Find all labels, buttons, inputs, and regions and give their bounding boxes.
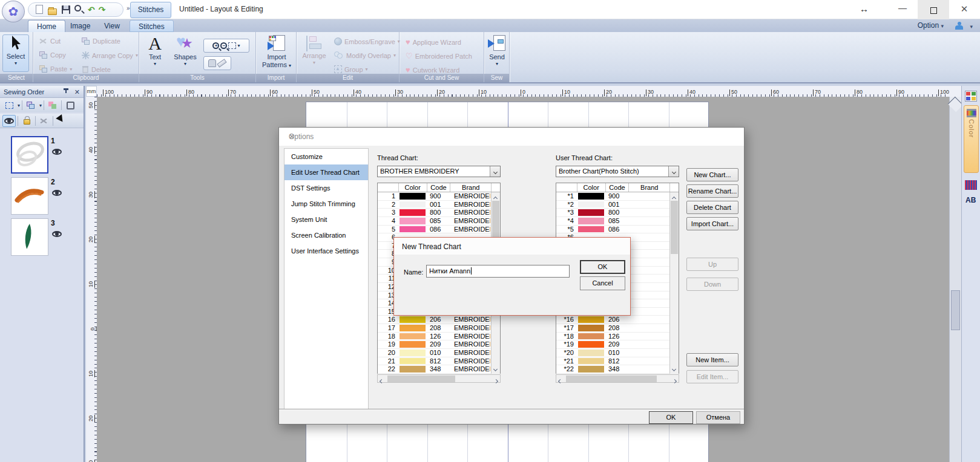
- down-button[interactable]: Down: [686, 278, 738, 291]
- copy-order-caret-icon[interactable]: ▾: [39, 103, 42, 108]
- thread-row[interactable]: *3800: [556, 209, 670, 217]
- options-nav-edit-user-thread-chart[interactable]: Edit User Thread Chart: [284, 164, 368, 180]
- arrange-copy-button[interactable]: Arrange Copy▾: [82, 51, 138, 59]
- color-order-button[interactable]: [46, 99, 59, 111]
- arrange-button[interactable]: Arrange▾: [300, 36, 328, 65]
- options-close-icon[interactable]: ✕: [289, 132, 735, 141]
- thread-row[interactable]: 2001EMBROIDERY: [378, 201, 492, 209]
- close-button[interactable]: ✕: [950, 0, 978, 19]
- scroll-right-icon[interactable]: [673, 377, 676, 384]
- thread-row[interactable]: 21812EMBROIDERY: [378, 357, 492, 366]
- pin-icon[interactable]: [63, 88, 69, 95]
- color-tab[interactable]: Color: [964, 105, 979, 173]
- qat-overflow-icon[interactable]: »: [127, 5, 130, 11]
- thread-row[interactable]: *4085: [556, 217, 670, 226]
- select-button[interactable]: Select ▾: [2, 34, 29, 72]
- up-button[interactable]: Up: [686, 258, 738, 271]
- new-document-icon[interactable]: [35, 5, 44, 15]
- option-menu[interactable]: Option ▾: [918, 21, 944, 30]
- thread-row[interactable]: *20010: [556, 349, 670, 357]
- rename-chart-button[interactable]: Rename Chart...: [686, 184, 738, 198]
- scroll-down-icon[interactable]: [673, 365, 676, 372]
- frame-view-button[interactable]: [64, 99, 77, 111]
- zoom-selection-icon[interactable]: [228, 42, 236, 49]
- sewing-item-2-thumbnail[interactable]: [11, 177, 48, 215]
- measure-icon[interactable]: [217, 59, 226, 67]
- zoom-out-icon[interactable]: −: [220, 42, 227, 49]
- user-menu-caret-icon[interactable]: ▾: [970, 24, 973, 30]
- user-thread-chart-combobox[interactable]: Brother Chart(Photo Stitch): [556, 166, 679, 177]
- undo-icon[interactable]: ↶: [88, 5, 95, 15]
- new-item-button[interactable]: New Item...: [686, 353, 738, 366]
- text-tool-button[interactable]: A Text▾: [143, 34, 167, 67]
- zoom-icon[interactable]: [74, 5, 84, 15]
- tab-home[interactable]: Home: [28, 20, 65, 32]
- copy-button[interactable]: Copy: [39, 51, 66, 59]
- options-nav-system-unit[interactable]: System Unit: [284, 212, 368, 227]
- thread-row[interactable]: *22348: [556, 365, 670, 374]
- emboss-engrave-button[interactable]: Emboss/Engrave▾: [334, 37, 400, 45]
- options-cancel-button[interactable]: Отмена: [696, 411, 740, 424]
- shapes-tool-button[interactable]: ♥★ Shapes▾: [171, 34, 200, 67]
- redo-icon[interactable]: ↷: [99, 5, 106, 15]
- select-object-button[interactable]: [55, 115, 68, 127]
- stitch-attributes-icon[interactable]: [965, 180, 977, 190]
- palette-icon[interactable]: [965, 91, 977, 102]
- zoom-options-caret-icon[interactable]: ▾: [237, 43, 240, 48]
- thread-row[interactable]: 16206EMBROIDERY: [378, 316, 492, 324]
- chart-name-input[interactable]: Нитки Amann: [426, 265, 570, 278]
- thread-row[interactable]: 5086EMBROIDERY: [378, 226, 492, 234]
- sewing-item-3-thumbnail[interactable]: [11, 218, 48, 256]
- copy-order-button[interactable]: [24, 99, 38, 111]
- thread-row[interactable]: *18126: [556, 333, 670, 341]
- pan-hand-icon[interactable]: [208, 59, 216, 67]
- thread-chart-dropdown-icon[interactable]: [490, 166, 500, 177]
- delete-chart-button[interactable]: Delete Chart: [686, 201, 738, 214]
- thread-row[interactable]: 19209EMBROIDERY: [378, 340, 492, 349]
- ntc-ok-button[interactable]: OK: [580, 260, 625, 274]
- select-frame-caret-icon[interactable]: ▾: [18, 103, 20, 108]
- thread-row[interactable]: 1900EMBROIDERY: [378, 192, 492, 201]
- thread-row[interactable]: 18126EMBROIDERY: [378, 333, 492, 341]
- zoom-in-icon[interactable]: +: [212, 42, 219, 49]
- open-folder-icon[interactable]: [48, 5, 58, 15]
- lock-button[interactable]: [20, 115, 33, 127]
- options-ok-button[interactable]: OK: [649, 411, 693, 424]
- thread-row[interactable]: *16206: [556, 316, 670, 324]
- user-chart-dropdown-icon[interactable]: [668, 166, 679, 177]
- panel-close-icon[interactable]: ✕: [74, 86, 80, 98]
- stage-stitches-button[interactable]: Stitches: [130, 2, 171, 18]
- options-nav-customize[interactable]: Customize: [284, 149, 368, 164]
- thread-row[interactable]: 22348EMBROIDERY: [378, 365, 492, 374]
- minimize-button[interactable]: —: [889, 0, 916, 19]
- options-nav-dst-settings[interactable]: DST Settings: [284, 180, 368, 196]
- thread-table-hscrollbar[interactable]: [377, 374, 501, 383]
- scroll-up-button[interactable]: [950, 97, 961, 107]
- send-button[interactable]: Send▾: [487, 34, 507, 67]
- edit-item-button[interactable]: Edit Item...: [686, 370, 738, 383]
- thread-row[interactable]: *5086: [556, 226, 670, 234]
- delete-button[interactable]: Delete: [82, 65, 111, 73]
- paste-button[interactable]: Paste▾: [39, 65, 72, 73]
- sewing-item-1-thumbnail[interactable]: [11, 136, 48, 174]
- thread-row[interactable]: 3800EMBROIDERY: [378, 209, 492, 217]
- show-hide-button[interactable]: [2, 115, 16, 127]
- new-chart-button[interactable]: New Chart...: [686, 168, 738, 181]
- scroll-left-icon[interactable]: [380, 377, 383, 384]
- ntc-cancel-button[interactable]: Cancel: [580, 276, 625, 290]
- thread-row[interactable]: 4085EMBROIDERY: [378, 217, 492, 226]
- thread-row[interactable]: 20010EMBROIDERY: [378, 349, 492, 357]
- trim-button[interactable]: [38, 115, 51, 127]
- thread-row[interactable]: *21812: [556, 357, 670, 366]
- scroll-left-icon[interactable]: [559, 377, 562, 384]
- scroll-right-icon[interactable]: [495, 377, 498, 384]
- import-patterns-button[interactable]: Import Patterns ▾: [261, 34, 292, 68]
- tab-stitches[interactable]: Stitches: [130, 20, 174, 32]
- scroll-down-icon[interactable]: [494, 365, 497, 372]
- canvas-vertical-scrollbar[interactable]: [949, 97, 961, 462]
- maximize-button[interactable]: [918, 0, 949, 19]
- select-frame-button[interactable]: [2, 99, 16, 111]
- canvas-scroll-thumb[interactable]: [951, 290, 960, 330]
- modify-overlap-button[interactable]: Modify Overlap▾: [334, 51, 396, 59]
- text-attributes-tab[interactable]: AB: [965, 196, 976, 204]
